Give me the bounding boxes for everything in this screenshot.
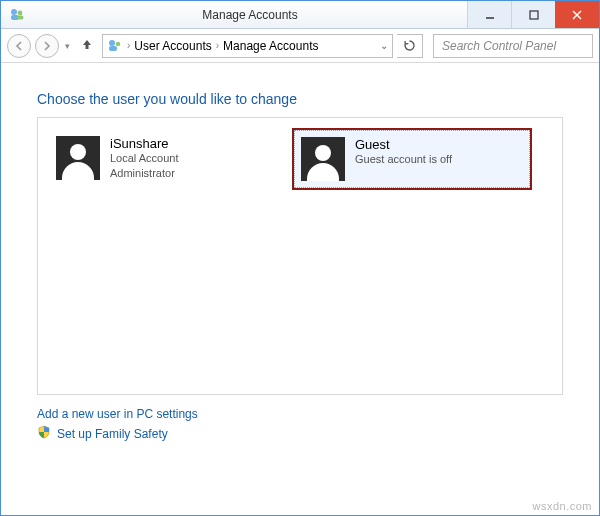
account-subline: Guest account is off	[355, 152, 452, 167]
account-name: Guest	[355, 137, 452, 152]
family-safety-link[interactable]: Set up Family Safety	[57, 427, 168, 441]
avatar-icon	[301, 137, 345, 181]
account-subline: Local Account	[110, 151, 179, 166]
history-dropdown-icon[interactable]: ▾	[63, 41, 72, 51]
avatar-icon	[56, 136, 100, 180]
forward-button[interactable]	[35, 34, 59, 58]
app-icon	[7, 5, 27, 25]
close-button[interactable]	[555, 1, 599, 28]
page-heading: Choose the user you would like to change	[37, 91, 563, 107]
titlebar: Manage Accounts	[1, 1, 599, 29]
search-input[interactable]	[440, 38, 586, 54]
account-name: iSunshare	[110, 136, 179, 151]
content-area: Choose the user you would like to change…	[1, 63, 599, 456]
window-title: Manage Accounts	[33, 8, 467, 22]
svg-point-8	[109, 40, 115, 46]
account-text: Guest Guest account is off	[355, 137, 452, 181]
minimize-button[interactable]	[467, 1, 511, 28]
chevron-right-icon: ›	[216, 40, 219, 51]
svg-rect-3	[18, 15, 24, 19]
svg-rect-5	[530, 11, 538, 19]
account-text: iSunshare Local Account Administrator	[110, 136, 179, 181]
account-tile[interactable]: iSunshare Local Account Administrator	[50, 130, 286, 187]
bottom-links: Add a new user in PC settings Set up Fam…	[37, 407, 563, 442]
watermark: wsxdn.com	[532, 500, 592, 512]
chevron-right-icon: ›	[127, 40, 130, 51]
account-subline: Administrator	[110, 166, 179, 181]
svg-point-2	[18, 10, 23, 15]
navbar: ▾ › User Accounts › Manage Accounts ⌄	[1, 29, 599, 63]
address-bar[interactable]: › User Accounts › Manage Accounts ⌄	[102, 34, 393, 58]
back-button[interactable]	[7, 34, 31, 58]
add-user-link[interactable]: Add a new user in PC settings	[37, 407, 198, 421]
breadcrumb-seg-1[interactable]: User Accounts	[134, 39, 211, 53]
address-dropdown-icon[interactable]: ⌄	[380, 40, 388, 51]
maximize-button[interactable]	[511, 1, 555, 28]
account-tile-selected[interactable]: Guest Guest account is off	[294, 130, 530, 188]
svg-point-10	[116, 41, 120, 45]
accounts-panel: iSunshare Local Account Administrator Gu…	[37, 117, 563, 395]
window-buttons	[467, 1, 599, 28]
search-box[interactable]	[433, 34, 593, 58]
up-button[interactable]	[76, 37, 98, 54]
shield-icon	[37, 425, 51, 442]
svg-rect-9	[109, 46, 117, 51]
breadcrumb-seg-2[interactable]: Manage Accounts	[223, 39, 318, 53]
svg-point-0	[11, 9, 17, 15]
refresh-button[interactable]	[397, 34, 423, 58]
control-panel-icon	[107, 38, 123, 54]
